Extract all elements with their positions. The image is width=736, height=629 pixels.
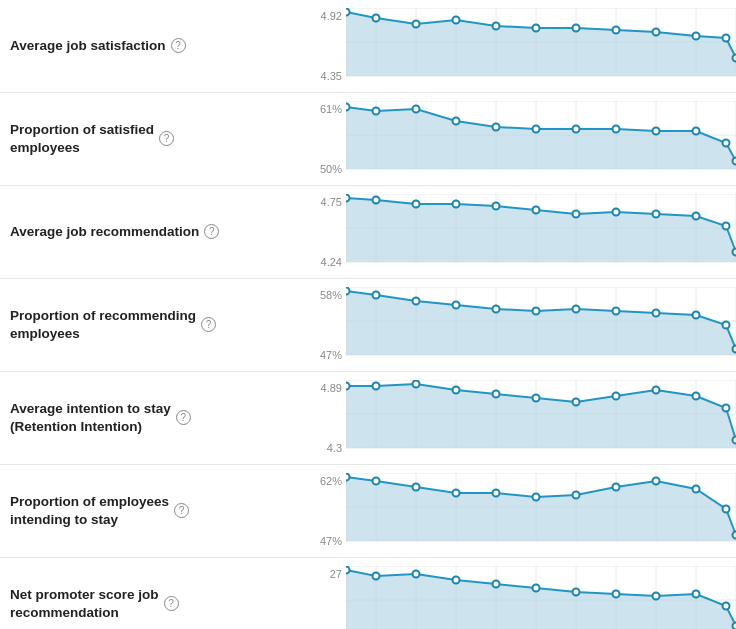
svg-point-76 [613, 209, 620, 216]
svg-point-185 [653, 593, 660, 600]
svg-point-22 [613, 27, 620, 34]
svg-point-19 [493, 23, 500, 30]
svg-point-42 [346, 104, 350, 111]
svg-point-25 [723, 35, 730, 42]
y-bottom: 50% [320, 163, 342, 175]
svg-point-47 [533, 126, 540, 133]
metric-label-text: Net promoter score jobrecommendation [10, 586, 159, 622]
svg-point-17 [413, 21, 420, 28]
metric-label-prop-recommending: Proportion of recommendingemployees ? [0, 279, 310, 371]
y-bottom: 47% [320, 349, 342, 361]
svg-point-50 [653, 128, 660, 135]
metric-label-text: Average intention to stay(Retention Inte… [10, 400, 171, 436]
svg-point-16 [373, 15, 380, 22]
y-axis-net-promoter-score: 279 [310, 566, 346, 629]
help-icon[interactable]: ? [204, 224, 219, 239]
y-top: 58% [320, 289, 342, 301]
svg-point-124 [373, 383, 380, 390]
svg-point-70 [373, 197, 380, 204]
svg-point-18 [453, 17, 460, 24]
metric-row-net-promoter-score: Net promoter score jobrecommendation ?27… [0, 558, 736, 629]
svg-point-107 [733, 346, 737, 353]
chart-area-avg-intention-stay: 4.894.3 [310, 372, 736, 464]
metric-row-prop-intending-stay: Proportion of employeesintending to stay… [0, 465, 736, 558]
y-top: 62% [320, 475, 342, 487]
svg-point-105 [693, 312, 700, 319]
y-bottom: 4.35 [321, 70, 342, 82]
svg-point-46 [493, 124, 500, 131]
svg-point-128 [533, 395, 540, 402]
svg-point-134 [733, 437, 737, 444]
y-axis-avg-job-satisfaction: 4.924.35 [310, 8, 346, 84]
svg-point-106 [723, 322, 730, 329]
svg-point-154 [493, 490, 500, 497]
svg-point-26 [733, 55, 737, 62]
svg-point-160 [723, 506, 730, 513]
y-top: 4.89 [321, 382, 342, 394]
svg-point-52 [723, 140, 730, 147]
chart-area-avg-job-satisfaction: 4.924.35 [310, 0, 736, 92]
chart-svg-prop-recommending [346, 287, 736, 363]
metrics-dashboard: Average job satisfaction ?4.924.35Propor… [0, 0, 736, 629]
svg-point-100 [493, 306, 500, 313]
chart-area-prop-recommending: 58%47% [310, 279, 736, 371]
metric-label-prop-intending-stay: Proportion of employeesintending to stay… [0, 465, 310, 557]
y-top: 27 [330, 568, 342, 580]
svg-point-71 [413, 201, 420, 208]
help-icon[interactable]: ? [159, 131, 174, 146]
metric-row-prop-recommending: Proportion of recommendingemployees ?58%… [0, 279, 736, 372]
svg-point-72 [453, 201, 460, 208]
svg-point-130 [613, 393, 620, 400]
metric-label-prop-satisfied: Proportion of satisfiedemployees ? [0, 93, 310, 185]
svg-point-15 [346, 9, 350, 16]
y-bottom: 47% [320, 535, 342, 547]
metric-label-text: Average job recommendation [10, 223, 199, 241]
svg-point-77 [653, 211, 660, 218]
help-icon[interactable]: ? [171, 38, 186, 53]
svg-point-131 [653, 387, 660, 394]
y-axis-avg-job-recommendation: 4.754.24 [310, 194, 346, 270]
y-top: 4.75 [321, 196, 342, 208]
help-icon[interactable]: ? [201, 317, 216, 332]
svg-point-73 [493, 203, 500, 210]
svg-point-155 [533, 494, 540, 501]
svg-marker-149 [346, 477, 736, 541]
svg-point-177 [346, 567, 350, 574]
svg-point-44 [413, 106, 420, 113]
y-top: 61% [320, 103, 342, 115]
svg-point-181 [493, 581, 500, 588]
chart-svg-prop-satisfied [346, 101, 736, 177]
svg-point-48 [573, 126, 580, 133]
metric-label-avg-intention-stay: Average intention to stay(Retention Inte… [0, 372, 310, 464]
help-icon[interactable]: ? [164, 596, 179, 611]
help-icon[interactable]: ? [176, 410, 191, 425]
chart-area-prop-intending-stay: 62%47% [310, 465, 736, 557]
svg-point-125 [413, 381, 420, 388]
svg-point-24 [693, 33, 700, 40]
svg-point-150 [346, 474, 350, 481]
svg-point-43 [373, 108, 380, 115]
svg-point-153 [453, 490, 460, 497]
svg-point-45 [453, 118, 460, 125]
svg-point-101 [533, 308, 540, 315]
svg-point-98 [413, 298, 420, 305]
svg-point-151 [373, 478, 380, 485]
svg-point-183 [573, 589, 580, 596]
svg-point-161 [733, 532, 737, 539]
metric-label-net-promoter-score: Net promoter score jobrecommendation ? [0, 558, 310, 629]
y-bottom: 4.3 [327, 442, 342, 454]
svg-point-21 [573, 25, 580, 32]
svg-point-75 [573, 211, 580, 218]
y-top: 4.92 [321, 10, 342, 22]
chart-area-net-promoter-score: 279 [310, 558, 736, 629]
help-icon[interactable]: ? [174, 503, 189, 518]
svg-point-156 [573, 492, 580, 499]
y-axis-prop-intending-stay: 62%47% [310, 473, 346, 549]
svg-point-69 [346, 195, 350, 202]
chart-area-prop-satisfied: 61%50% [310, 93, 736, 185]
svg-marker-41 [346, 107, 736, 169]
svg-point-186 [693, 591, 700, 598]
svg-point-129 [573, 399, 580, 406]
metric-row-prop-satisfied: Proportion of satisfiedemployees ?61%50% [0, 93, 736, 186]
svg-point-104 [653, 310, 660, 317]
